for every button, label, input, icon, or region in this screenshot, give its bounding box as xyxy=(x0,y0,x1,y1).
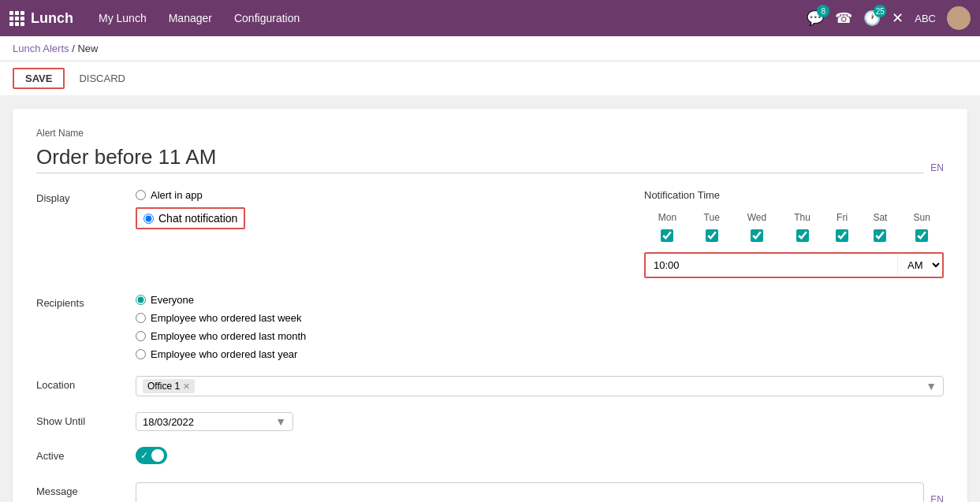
chat-icon-btn[interactable]: 💬 8 xyxy=(807,9,824,27)
day-wed-checkbox[interactable] xyxy=(751,229,763,242)
clock-badge: 25 xyxy=(874,5,886,17)
location-dropdown-arrow[interactable]: ▼ xyxy=(926,380,937,392)
chat-notification-label: Chat notification xyxy=(158,212,237,225)
last-week-label: Employee who ordered last week xyxy=(151,312,302,324)
show-until-control: 18/03/2022 ▼ xyxy=(136,412,944,431)
chat-badge: 8 xyxy=(817,5,829,17)
location-input-wrap[interactable]: Office 1 ✕ ▼ xyxy=(136,376,944,396)
display-label: Display xyxy=(36,189,123,204)
radio-last-week[interactable]: Employee who ordered last week xyxy=(136,312,944,324)
chat-notification-box[interactable]: Chat notification xyxy=(136,207,245,229)
navbar-right: 💬 8 ☎ 🕐 25 ✕ ABC xyxy=(807,6,971,30)
clock-icon-btn[interactable]: 🕐 25 xyxy=(863,9,881,27)
show-until-label: Show Until xyxy=(36,412,123,427)
discard-button[interactable]: DISCARD xyxy=(71,69,133,87)
day-tue-checkbox[interactable] xyxy=(706,229,718,242)
day-sat-checkbox[interactable] xyxy=(874,229,886,242)
day-fri-checkbox[interactable] xyxy=(836,229,848,242)
time-input-row: AM PM xyxy=(644,252,944,278)
active-label: Active xyxy=(36,447,123,462)
message-row: Message EN xyxy=(36,482,944,502)
recipients-options: Everyone Employee who ordered last week … xyxy=(136,294,944,360)
location-tag: Office 1 ✕ xyxy=(143,379,195,393)
recipients-label: Recipients xyxy=(36,294,123,309)
navbar-nav: My Lunch Manager Configuration xyxy=(89,7,807,29)
nav-manager[interactable]: Manager xyxy=(159,7,222,29)
day-sun-header: Sun xyxy=(900,209,944,226)
day-mon-header: Mon xyxy=(644,209,691,226)
display-notification-row: Display Alert in app Chat notification xyxy=(36,189,944,278)
alert-name-input[interactable] xyxy=(36,142,924,173)
radio-last-year[interactable]: Employee who ordered last year xyxy=(136,348,944,360)
day-fri-header: Fri xyxy=(824,209,861,226)
app-title: Lunch xyxy=(31,10,73,27)
display-options: Alert in app Chat notification xyxy=(136,189,632,229)
avatar[interactable] xyxy=(947,6,971,30)
nav-my-lunch[interactable]: My Lunch xyxy=(89,7,156,29)
phone-icon-btn[interactable]: ☎ xyxy=(835,9,852,27)
show-until-input-wrap[interactable]: 18/03/2022 ▼ xyxy=(136,412,293,431)
alert-in-app-label: Alert in app xyxy=(151,189,203,201)
toggle-check-icon: ✓ xyxy=(140,450,148,461)
days-table: Mon Tue Wed Thu Fri Sat Sun xyxy=(644,209,944,247)
last-year-label: Employee who ordered last year xyxy=(151,348,297,360)
show-until-value: 18/03/2022 xyxy=(143,416,272,428)
time-input[interactable] xyxy=(646,255,897,276)
day-mon-checkbox[interactable] xyxy=(661,229,673,242)
message-control: EN xyxy=(136,482,944,502)
toolbar: SAVE DISCARD xyxy=(0,61,980,96)
location-row: Location Office 1 ✕ ▼ xyxy=(36,376,944,396)
day-sun-checkbox[interactable] xyxy=(915,229,928,242)
day-wed-header: Wed xyxy=(733,209,781,226)
active-row: Active ✓ xyxy=(36,447,944,467)
save-button[interactable]: SAVE xyxy=(13,68,65,89)
last-month-label: Employee who ordered last month xyxy=(151,330,306,342)
breadcrumb-separator: / xyxy=(72,43,75,54)
notification-time-section: Notification Time Mon Tue Wed Thu Fri Sa… xyxy=(644,189,944,278)
show-until-row: Show Until 18/03/2022 ▼ xyxy=(36,412,944,431)
brand[interactable]: Lunch xyxy=(9,10,73,27)
radio-alert-in-app[interactable]: Alert in app xyxy=(136,189,632,201)
day-tue-header: Tue xyxy=(691,209,733,226)
everyone-label: Everyone xyxy=(151,294,194,306)
alert-name-label: Alert Name xyxy=(36,128,944,139)
radio-everyone[interactable]: Everyone xyxy=(136,294,944,306)
chat-notification-wrapper: Chat notification xyxy=(136,207,632,229)
grid-icon[interactable] xyxy=(9,11,24,26)
nav-configuration[interactable]: Configuration xyxy=(225,7,309,29)
breadcrumb: Lunch Alerts / New xyxy=(0,36,980,61)
breadcrumb-parent[interactable]: Lunch Alerts xyxy=(13,43,69,54)
form-card: Alert Name EN Display Alert in app xyxy=(13,109,967,502)
active-control: ✓ xyxy=(136,447,944,467)
day-thu-checkbox[interactable] xyxy=(796,229,809,242)
recipients-row: Recipients Everyone Employee who ordered… xyxy=(36,294,944,360)
day-thu-header: Thu xyxy=(781,209,823,226)
show-until-calendar-icon[interactable]: ▼ xyxy=(275,415,286,428)
breadcrumb-current: New xyxy=(77,43,98,54)
alert-name-lang-badge[interactable]: EN xyxy=(930,162,944,173)
alert-name-section: Alert Name EN xyxy=(36,128,944,173)
location-tag-close[interactable]: ✕ xyxy=(183,381,190,392)
notification-time-label: Notification Time xyxy=(644,189,944,201)
location-control: Office 1 ✕ ▼ xyxy=(136,376,944,396)
close-icon-btn[interactable]: ✕ xyxy=(892,9,904,27)
message-lang-badge[interactable]: EN xyxy=(930,494,944,502)
day-sat-header: Sat xyxy=(860,209,900,226)
navbar: Lunch My Lunch Manager Configuration 💬 8… xyxy=(0,0,980,36)
time-ampm-select[interactable]: AM PM xyxy=(897,254,942,277)
location-tag-label: Office 1 xyxy=(147,381,180,392)
message-label: Message xyxy=(36,482,123,497)
location-label: Location xyxy=(36,376,123,391)
message-textarea[interactable] xyxy=(136,482,924,502)
user-initials[interactable]: ABC xyxy=(915,13,936,24)
active-toggle[interactable]: ✓ xyxy=(136,447,167,464)
display-section: Display Alert in app Chat notification xyxy=(36,189,632,278)
main-content: Alert Name EN Display Alert in app xyxy=(0,96,980,502)
radio-last-month[interactable]: Employee who ordered last month xyxy=(136,330,944,342)
recipients-radio-group: Everyone Employee who ordered last week … xyxy=(136,294,944,360)
